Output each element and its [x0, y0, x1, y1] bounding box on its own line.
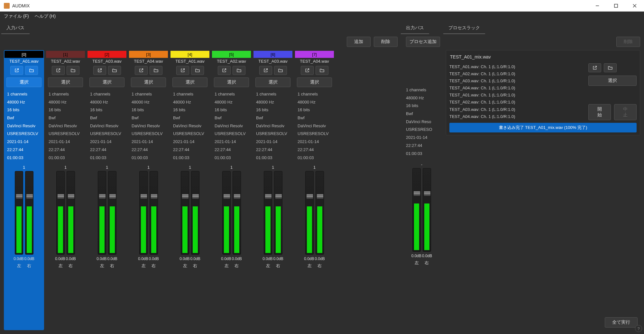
fader-knob[interactable]	[413, 191, 420, 196]
rack-select-button[interactable]: 選択	[588, 76, 637, 86]
channel-info-line: 16 bits	[7, 106, 41, 114]
channel-open-external-button[interactable]	[176, 66, 189, 75]
fader-track[interactable]	[98, 171, 106, 255]
tab-process-rack[interactable]: プロセスラック	[443, 23, 485, 34]
fader-track[interactable]	[181, 171, 189, 255]
fader-knob[interactable]	[182, 194, 189, 199]
menu-help[interactable]: ヘルプ (H)	[35, 14, 56, 19]
channel-open-external-button[interactable]	[93, 66, 106, 75]
fader-knob[interactable]	[151, 194, 158, 199]
channel-open-external-button[interactable]	[135, 66, 148, 75]
fader-track[interactable]	[191, 171, 199, 255]
fader-knob[interactable]	[223, 194, 230, 199]
fader-track[interactable]	[25, 171, 33, 255]
fader-track[interactable]	[222, 171, 231, 255]
rack-delete-button[interactable]: 削除	[616, 37, 640, 47]
level-meter	[234, 206, 239, 253]
fader-knob[interactable]	[306, 194, 313, 199]
help-icon[interactable]: ?	[635, 325, 642, 332]
input-channel[interactable]: [2]TEST_A03.wav選択1 channels48000 Hz16 bi…	[87, 50, 127, 330]
input-bus-panel: 入力バス 追加 削除 [0]TEST_A01.wav選択1 channels48…	[1, 23, 400, 333]
tab-input-bus[interactable]: 入力バス	[1, 23, 30, 34]
fader-track[interactable]	[108, 171, 116, 255]
fader-track[interactable]	[305, 171, 314, 255]
input-channel[interactable]: [0]TEST_A01.wav選択1 channels48000 Hz16 bi…	[4, 50, 44, 330]
channel-info-line: Bwf	[215, 114, 248, 122]
rack-folder-button[interactable]	[604, 63, 617, 72]
fader-knob[interactable]	[68, 194, 75, 199]
input-channel[interactable]: [4]TEST_A01.wav選択1 channels48000 Hz16 bi…	[170, 50, 210, 330]
fader-knob[interactable]	[16, 194, 23, 199]
input-add-button[interactable]: 追加	[347, 37, 371, 47]
fader-knob[interactable]	[424, 191, 431, 196]
channel-select-button[interactable]: 選択	[297, 77, 332, 87]
channel-folder-button[interactable]	[108, 66, 121, 75]
fader-track[interactable]	[67, 171, 75, 255]
channel-open-external-button[interactable]	[52, 66, 65, 75]
channel-folder-button[interactable]	[274, 66, 287, 75]
channel-open-external-button[interactable]	[10, 66, 23, 75]
window-close-button[interactable]	[625, 0, 644, 12]
channel-select-button[interactable]: 選択	[255, 77, 290, 87]
fader-track[interactable]	[233, 171, 241, 255]
rack-start-button[interactable]: 開始	[588, 104, 611, 120]
input-channel[interactable]: [3]TEST_A04.wav選択1 channels48000 Hz16 bi…	[128, 50, 169, 330]
tab-output-bus[interactable]: 出力バス	[401, 23, 429, 34]
channel-folder-button[interactable]	[25, 66, 38, 75]
window-maximize-button[interactable]	[607, 0, 625, 12]
fader-knob[interactable]	[265, 194, 272, 199]
output-info-line: USRESRESO	[406, 126, 437, 134]
fader-knob[interactable]	[234, 194, 241, 199]
channel-info-line: 2021-01-14	[173, 138, 207, 146]
channel-folder-button[interactable]	[150, 66, 162, 75]
fader-knob[interactable]	[192, 194, 199, 199]
input-delete-button[interactable]: 削除	[374, 37, 398, 47]
run-all-button[interactable]: 全て実行	[605, 317, 638, 328]
fader-knob[interactable]	[140, 194, 147, 199]
fader-knob[interactable]	[317, 194, 324, 199]
channel-folder-button[interactable]	[67, 66, 79, 75]
fader-track[interactable]	[274, 171, 282, 255]
fader-track[interactable]	[56, 171, 65, 255]
channel-folder-button[interactable]	[191, 66, 204, 75]
fader-track[interactable]	[316, 171, 324, 255]
channel-info-line: DaVinci Resolv	[49, 122, 82, 130]
rack-stop-button[interactable]: 中止	[614, 104, 637, 120]
fader-track[interactable]	[15, 171, 23, 255]
channel-db-right: 0.0dB	[232, 257, 242, 261]
window-minimize-button[interactable]	[588, 0, 607, 12]
fader-track[interactable]	[423, 168, 431, 252]
fader-knob[interactable]	[109, 194, 116, 199]
fader-knob[interactable]	[57, 194, 64, 199]
input-channel[interactable]: [1]TEST_A02.wav選択1 channels48000 Hz16 bi…	[45, 50, 86, 330]
channel-header: [5]	[212, 51, 251, 58]
channel-select-button[interactable]: 選択	[214, 77, 249, 87]
fader-track[interactable]	[150, 171, 158, 255]
process-add-button[interactable]: プロセス追加	[406, 37, 440, 47]
channel-open-external-button[interactable]	[218, 66, 231, 75]
fader-track[interactable]	[264, 171, 272, 255]
rack-open-external-button[interactable]	[588, 63, 601, 72]
channel-open-external-button[interactable]	[259, 66, 272, 75]
channel-open-external-button[interactable]	[301, 66, 314, 75]
fader-knob[interactable]	[99, 194, 106, 199]
fader-track[interactable]	[139, 171, 148, 255]
input-channel[interactable]: [5]TEST_A02.wav選択1 channels48000 Hz16 bi…	[211, 50, 252, 330]
channel-folder-button[interactable]	[316, 66, 328, 75]
channel-select-button[interactable]: 選択	[48, 77, 83, 87]
menu-file[interactable]: ファイル (F)	[4, 14, 29, 19]
fader-knob[interactable]	[26, 194, 33, 199]
channel-db-left: 0.0dB	[97, 257, 106, 261]
channel-select-button[interactable]: 選択	[172, 77, 207, 87]
channel-select-button[interactable]: 選択	[6, 77, 41, 87]
fader-track[interactable]	[412, 168, 421, 252]
input-channel[interactable]: [6]TEST_A03.wav選択1 channels48000 Hz16 bi…	[253, 50, 293, 330]
channel-select-button[interactable]: 選択	[89, 77, 124, 87]
input-channel[interactable]: [7]TEST_A04.wav選択1 channels48000 Hz16 bi…	[294, 50, 335, 330]
channel-info-line: 2021-01-14	[49, 138, 82, 146]
rack-list-item: TEST_A04.wav: Ch. 1 (L:1.0/R:1.0)	[449, 85, 585, 92]
fader-knob[interactable]	[275, 194, 282, 199]
channel-info-line: USRESRESOLV	[7, 130, 41, 138]
channel-folder-button[interactable]	[233, 66, 245, 75]
channel-select-button[interactable]: 選択	[131, 77, 166, 87]
